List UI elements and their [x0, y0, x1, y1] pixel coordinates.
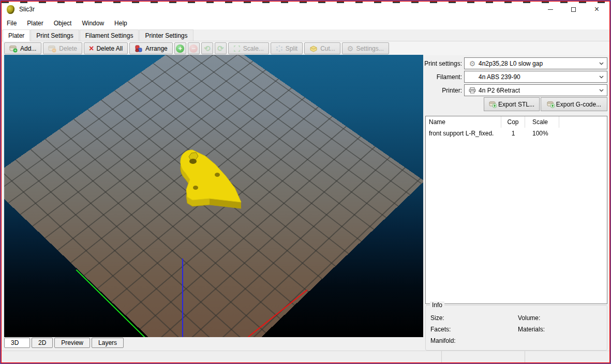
menu-window[interactable]: Window: [77, 18, 109, 29]
delete-button[interactable]: - Delete: [43, 42, 82, 54]
printer-value: 4n P2 6Retract: [479, 87, 520, 94]
model-hole-1: [215, 173, 220, 177]
arrange-button[interactable]: Arrange: [129, 42, 173, 54]
chevron-down-icon: [599, 62, 604, 65]
cut-button[interactable]: Cut...: [304, 42, 340, 54]
export-gcode-label: Export G-code...: [556, 101, 601, 108]
menu-help[interactable]: Help: [109, 18, 132, 29]
scale-arrows-icon: [233, 45, 241, 52]
scale-button[interactable]: Scale...: [228, 42, 269, 54]
delete-all-button[interactable]: × Delete All: [84, 42, 128, 54]
add-box-icon: +: [9, 44, 18, 53]
delete-label: Delete: [59, 45, 77, 52]
arrange-cubes-icon: [135, 44, 143, 53]
settings-tabbar: Plater Print Settings Filament Settings …: [2, 29, 609, 41]
plater-toolbar: + Add... - Delete × Delete All Arrange +…: [2, 41, 609, 55]
info-title: Info: [430, 301, 444, 309]
plus-icon: +: [176, 44, 184, 53]
object-row[interactable]: front support L-R_fixed. 1 100%: [426, 128, 607, 139]
statusbar: [2, 351, 609, 362]
chevron-down-icon: [599, 89, 604, 92]
maximize-icon: [571, 7, 576, 12]
settings-gear-icon: ⚙: [347, 44, 354, 53]
menu-file[interactable]: File: [2, 18, 22, 29]
object-scale: 100%: [525, 130, 559, 137]
model-front-support[interactable]: [4, 55, 423, 337]
svg-text:+: +: [14, 48, 17, 53]
statusbar-section-3: [525, 351, 609, 362]
tab-filament-settings[interactable]: Filament Settings: [80, 29, 139, 41]
filament-combo[interactable]: 4n ABS 239-90: [464, 71, 607, 83]
rotate-ccw-button[interactable]: ⟲: [201, 42, 213, 54]
statusbar-section-1: [2, 351, 442, 362]
add-label: Add...: [20, 45, 36, 52]
column-header-cop[interactable]: Cop: [501, 116, 525, 128]
tab-print-settings[interactable]: Print Settings: [31, 29, 79, 41]
titlebar[interactable]: Slic3r ×: [2, 2, 609, 17]
column-header-empty: [559, 116, 607, 128]
info-manifold-label: Manifold:: [430, 337, 456, 344]
menubar: File Plater Object Window Help: [2, 17, 609, 29]
export-stl-label: Export STL...: [498, 101, 534, 108]
split-label: Split: [286, 45, 297, 52]
object-list-header: Name Cop Scale: [426, 116, 607, 128]
filament-value: 4n ABS 239-90: [479, 73, 520, 81]
split-button[interactable]: Split: [271, 42, 303, 54]
statusbar-section-2: [442, 351, 525, 362]
minus-icon: −: [189, 44, 198, 53]
rotate-cw-icon: ⟳: [217, 44, 224, 53]
scale-label: Scale...: [243, 45, 264, 52]
cut-label: Cut...: [320, 45, 335, 52]
window-title: Slic3r: [19, 6, 35, 13]
view-tab-3d[interactable]: 3D: [4, 338, 30, 348]
app-window: Slic3r × File Plater Object Window Help …: [1, 1, 610, 363]
print-settings-combo[interactable]: ⚙ 4n2p35,28 L0 slow gap: [464, 57, 607, 69]
export-gcode-icon: [547, 100, 555, 108]
decrease-copies-button[interactable]: −: [188, 42, 200, 54]
info-volume-label: Volume:: [518, 314, 540, 322]
tab-printer-settings[interactable]: Printer Settings: [139, 29, 193, 41]
settings-label: Settings...: [356, 45, 383, 52]
minimize-icon: [548, 9, 553, 10]
column-header-scale[interactable]: Scale: [525, 116, 559, 128]
chevron-down-icon: [599, 75, 604, 79]
arrange-label: Arrange: [145, 45, 168, 52]
object-list: Name Cop Scale front support L-R_fixed. …: [425, 116, 607, 304]
view-tab-layers[interactable]: Layers: [92, 338, 124, 348]
add-button[interactable]: + Add...: [4, 42, 41, 54]
filament-label: Filament:: [415, 73, 462, 81]
rotate-cw-button[interactable]: ⟳: [215, 42, 227, 54]
maximize-button[interactable]: [562, 2, 585, 17]
info-size-label: Size:: [430, 314, 444, 322]
info-facets-label: Facets:: [430, 326, 451, 333]
print-profile-gear-icon: ⚙: [468, 59, 477, 68]
model-hole-2: [193, 186, 198, 190]
export-stl-button[interactable]: Export STL...: [484, 97, 540, 111]
export-gcode-button[interactable]: Export G-code...: [541, 97, 607, 111]
column-header-name[interactable]: Name: [426, 116, 501, 128]
increase-copies-button[interactable]: +: [174, 42, 186, 54]
print-settings-label: Print settings:: [415, 60, 462, 67]
split-dots-icon: [276, 45, 283, 52]
view-tab-preview[interactable]: Preview: [54, 338, 90, 348]
menu-object[interactable]: Object: [49, 18, 77, 29]
print-settings-value: 4n2p35,28 L0 slow gap: [479, 60, 543, 67]
window-controls: ×: [539, 2, 608, 17]
view-tab-2d[interactable]: 2D: [32, 338, 53, 348]
model-center-hole: [189, 159, 197, 164]
object-name: front support L-R_fixed.: [426, 130, 501, 137]
3d-viewport-canvas[interactable]: [4, 55, 423, 337]
info-groupbox: Info Size: Volume: Facets: Materials: Ma…: [425, 305, 607, 351]
screenshot-frame: Slic3r × File Plater Object Window Help …: [0, 0, 611, 364]
close-button[interactable]: ×: [585, 2, 608, 17]
minimize-button[interactable]: [539, 2, 562, 17]
settings-button[interactable]: ⚙ Settings...: [342, 42, 389, 54]
view-tabbar: 3D 2D Preview Layers: [4, 338, 124, 348]
tab-plater[interactable]: Plater: [3, 29, 30, 41]
printer-label: Printer:: [415, 87, 462, 94]
printer-combo[interactable]: 4n P2 6Retract: [464, 84, 607, 96]
cut-box-icon: [309, 45, 318, 52]
menu-plater[interactable]: Plater: [22, 18, 48, 29]
top-border-artifact: [2, 2, 609, 3]
svg-text:-: -: [53, 48, 55, 53]
